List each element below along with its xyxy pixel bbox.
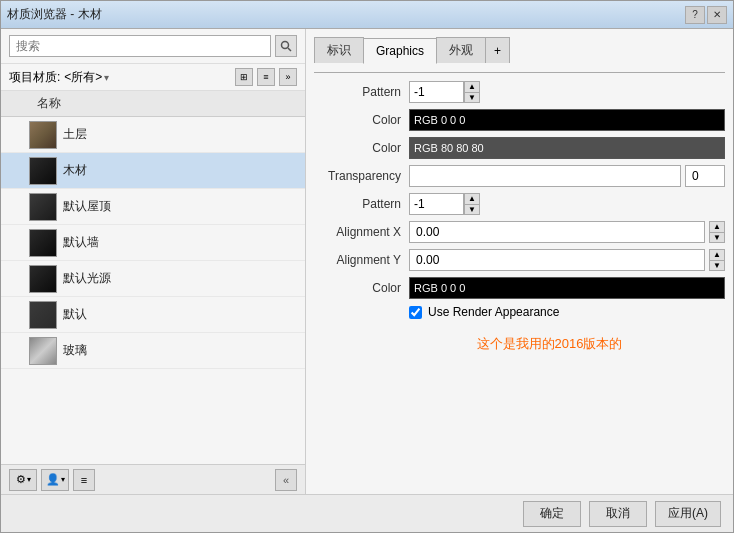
- tab-border: [314, 72, 725, 73]
- title-bar: 材质浏览器 - 木材 ? ✕: [1, 1, 733, 29]
- collapse-panel-button[interactable]: «: [275, 469, 297, 491]
- filter-label-wrap: 项目材质: <所有> ▾: [9, 69, 109, 86]
- list-item[interactable]: 玻璃: [1, 333, 305, 369]
- create-material-button[interactable]: 👤 ▾: [41, 469, 69, 491]
- material-name: 默认屋顶: [63, 198, 111, 215]
- pattern1-down-button[interactable]: ▼: [464, 92, 480, 103]
- tab-graphics[interactable]: Graphics: [363, 38, 437, 64]
- person-icon: 👤: [46, 473, 60, 486]
- transparency-control: [409, 165, 725, 187]
- tab-bar-container: 标识 Graphics 外观 +: [314, 37, 725, 73]
- material-name: 默认墙: [63, 234, 99, 251]
- transparency-slider-input[interactable]: [409, 165, 681, 187]
- aligny-row: Alignment Y ▲ ▼: [314, 249, 725, 271]
- ok-button[interactable]: 确定: [523, 501, 581, 527]
- list-item[interactable]: 土层: [1, 117, 305, 153]
- apply-button[interactable]: 应用(A): [655, 501, 721, 527]
- color3-label: Color: [314, 281, 409, 295]
- filter-chevron-icon: ▾: [104, 72, 109, 83]
- filter-label-text: 项目材质:: [9, 69, 60, 86]
- pattern2-input[interactable]: [409, 193, 464, 215]
- tab-add-button[interactable]: +: [485, 37, 510, 63]
- list-item[interactable]: 默认屋顶: [1, 189, 305, 225]
- alignx-label: Alignment X: [314, 225, 409, 239]
- material-name: 默认光源: [63, 270, 111, 287]
- note-text: 这个是我用的2016版本的: [314, 335, 725, 353]
- tab-biaozhи[interactable]: 标识: [314, 37, 364, 63]
- color1-row: Color RGB 0 0 0: [314, 109, 725, 131]
- close-button[interactable]: ✕: [707, 6, 727, 24]
- tab-biaozhи-label: 标识: [327, 42, 351, 59]
- list-item[interactable]: 默认墙: [1, 225, 305, 261]
- transparency-value-input[interactable]: [685, 165, 725, 187]
- material-name: 木材: [63, 162, 87, 179]
- alignx-up-button[interactable]: ▲: [709, 221, 725, 232]
- tab-appearance-label: 外观: [449, 42, 473, 59]
- main-content: 项目材质: <所有> ▾ ⊞ ≡ » 名称: [1, 29, 733, 494]
- title-controls: ? ✕: [685, 6, 727, 24]
- list-item[interactable]: 木材: [1, 153, 305, 189]
- alignx-control: ▲ ▼: [409, 221, 725, 243]
- material-name: 土层: [63, 126, 87, 143]
- pattern1-control: ▲ ▼: [409, 81, 725, 103]
- color3-control: RGB 0 0 0: [409, 277, 725, 299]
- alignx-down-button[interactable]: ▼: [709, 232, 725, 243]
- bottom-toolbar: ⚙ ▾ 👤 ▾ ≡ «: [1, 464, 305, 494]
- color2-swatch[interactable]: RGB 80 80 80: [409, 137, 725, 159]
- alignx-input[interactable]: [409, 221, 705, 243]
- color3-row: Color RGB 0 0 0: [314, 277, 725, 299]
- use-render-label: Use Render Appearance: [428, 305, 559, 319]
- filter-icons: ⊞ ≡ »: [235, 68, 297, 86]
- transparency-label: Transparency: [314, 169, 409, 183]
- col-name-label: 名称: [37, 96, 61, 110]
- help-button[interactable]: ?: [685, 6, 705, 24]
- list-view-button[interactable]: ≡: [257, 68, 275, 86]
- add-material-button[interactable]: ⚙ ▾: [9, 469, 37, 491]
- aligny-down-button[interactable]: ▼: [709, 260, 725, 271]
- list-item[interactable]: 默认光源: [1, 261, 305, 297]
- color1-swatch[interactable]: RGB 0 0 0: [409, 109, 725, 131]
- pattern1-input[interactable]: [409, 81, 464, 103]
- column-header: 名称: [1, 91, 305, 117]
- transparency-row: Transparency: [314, 165, 725, 187]
- color2-control: RGB 80 80 80: [409, 137, 725, 159]
- search-icon: [280, 40, 292, 52]
- alignx-row: Alignment X ▲ ▼: [314, 221, 725, 243]
- color3-swatch[interactable]: RGB 0 0 0: [409, 277, 725, 299]
- material-thumbnail: [29, 193, 57, 221]
- aligny-input[interactable]: [409, 249, 705, 271]
- use-render-row: Use Render Appearance: [314, 305, 725, 319]
- color1-label: Color: [314, 113, 409, 127]
- pattern1-row: Pattern ▲ ▼: [314, 81, 725, 103]
- footer: 确定 取消 应用(A): [1, 494, 733, 532]
- use-render-checkbox[interactable]: [409, 306, 422, 319]
- color2-label: Color: [314, 141, 409, 155]
- pattern2-up-button[interactable]: ▲: [464, 193, 480, 204]
- cancel-button[interactable]: 取消: [589, 501, 647, 527]
- filter-dropdown[interactable]: <所有> ▾: [64, 69, 109, 86]
- pattern1-spinner-buttons: ▲ ▼: [464, 81, 480, 103]
- grid-view-button[interactable]: ⊞: [235, 68, 253, 86]
- search-button[interactable]: [275, 35, 297, 57]
- search-input[interactable]: [9, 35, 271, 57]
- pattern1-up-button[interactable]: ▲: [464, 81, 480, 92]
- aligny-control: ▲ ▼: [409, 249, 725, 271]
- settings-icon: ⚙: [16, 473, 26, 486]
- left-panel: 项目材质: <所有> ▾ ⊞ ≡ » 名称: [1, 29, 306, 494]
- aligny-up-button[interactable]: ▲: [709, 249, 725, 260]
- pattern2-down-button[interactable]: ▼: [464, 204, 480, 215]
- filter-bar: 项目材质: <所有> ▾ ⊞ ≡ »: [1, 64, 305, 91]
- tab-appearance[interactable]: 外观: [436, 37, 486, 63]
- svg-line-1: [288, 48, 291, 51]
- color2-row: Color RGB 80 80 80: [314, 137, 725, 159]
- pattern1-label: Pattern: [314, 85, 409, 99]
- pattern2-label: Pattern: [314, 197, 409, 211]
- pattern2-spinner-buttons: ▲ ▼: [464, 193, 480, 215]
- delete-material-button[interactable]: ≡: [73, 469, 95, 491]
- more-options-button[interactable]: »: [279, 68, 297, 86]
- material-thumbnail: [29, 157, 57, 185]
- material-thumbnail: [29, 301, 57, 329]
- material-name: 默认: [63, 306, 87, 323]
- list-item[interactable]: 默认: [1, 297, 305, 333]
- alignx-spinner: ▲ ▼: [709, 221, 725, 243]
